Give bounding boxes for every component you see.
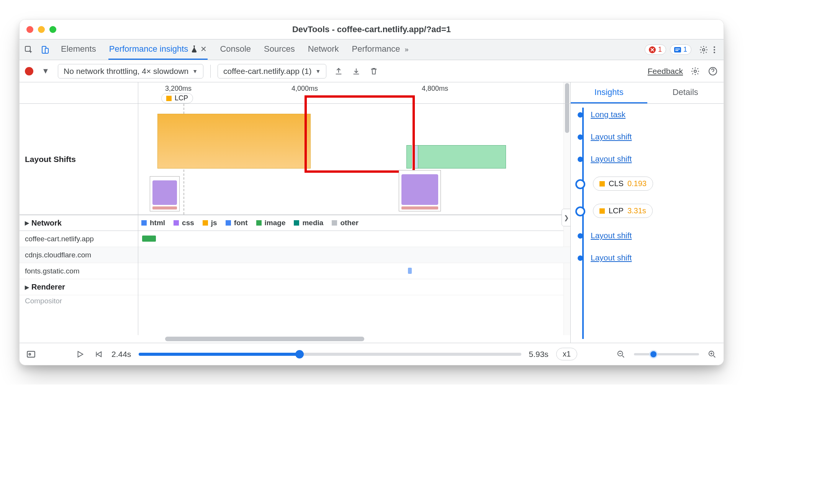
close-window-icon[interactable]	[26, 26, 33, 33]
time-slider[interactable]	[139, 353, 521, 356]
lcp-marker-chip[interactable]: LCP	[161, 93, 193, 103]
layout-shifts-label: Layout Shifts	[20, 104, 138, 215]
host-row[interactable]: fonts.gstatic.com	[20, 263, 138, 279]
request-bar[interactable]	[142, 236, 156, 242]
timeline-rail	[582, 108, 584, 339]
insight-item[interactable]: Layout shift	[578, 253, 717, 262]
disclosure-triangle-icon: ▶	[25, 220, 29, 226]
task-bar[interactable]	[418, 145, 506, 169]
insight-item[interactable]: Long task	[578, 110, 717, 119]
overview-lane[interactable]	[138, 104, 570, 215]
tab-performance-insights[interactable]: Performance insights ✕	[108, 39, 208, 60]
zoom-out-icon[interactable]	[616, 349, 626, 360]
renderer-lane[interactable]	[138, 279, 570, 295]
throttling-select[interactable]: No network throttling, 4× slowdown ▼	[58, 64, 203, 79]
help-icon[interactable]	[707, 66, 718, 77]
insight-link[interactable]: Layout shift	[591, 154, 632, 164]
tab-insights[interactable]: Insights	[571, 82, 647, 103]
record-options-icon[interactable]: ▼	[40, 66, 51, 77]
close-tab-icon[interactable]: ✕	[200, 44, 207, 54]
delete-icon[interactable]	[368, 66, 379, 77]
timeline-dot-icon	[575, 206, 585, 216]
host-row[interactable]: cdnjs.cloudflare.com	[20, 247, 138, 263]
zoom-in-icon[interactable]	[707, 349, 717, 360]
maximize-window-icon[interactable]	[49, 26, 56, 33]
screenshot-thumbnail[interactable]	[150, 176, 180, 211]
tab-elements[interactable]: Elements	[60, 39, 97, 60]
insights-toolbar: ▼ No network throttling, 4× slowdown ▼ c…	[20, 60, 724, 82]
network-lane[interactable]	[138, 231, 570, 247]
panel-settings-icon[interactable]	[690, 66, 701, 77]
error-count-chip[interactable]: 1	[645, 44, 666, 55]
export-icon[interactable]	[333, 66, 344, 77]
request-bar[interactable]	[408, 268, 412, 274]
insight-metric[interactable]: LCP 3.31s	[578, 204, 717, 218]
task-bar[interactable]	[157, 114, 311, 169]
tab-label: Performance	[352, 44, 400, 54]
compositor-lane[interactable]	[138, 295, 570, 307]
tab-performance[interactable]: Performance	[351, 39, 401, 60]
insights-list[interactable]: Long task Layout shift Layout shift CLS …	[571, 104, 724, 343]
tracks[interactable]: 3,200ms 4,000ms 4,800ms LCP	[138, 82, 570, 335]
recording-select[interactable]: coffee-cart.netlify.app (1) ▼	[218, 64, 326, 79]
play-icon[interactable]	[75, 349, 85, 360]
selection-box	[305, 95, 415, 173]
tab-network[interactable]: Network	[307, 39, 340, 60]
lcp-chip[interactable]: LCP 3.31s	[593, 204, 653, 218]
swatch-icon	[332, 220, 337, 226]
slider-knob[interactable]	[649, 350, 658, 358]
horizontal-scrollbar[interactable]	[20, 335, 570, 343]
svg-point-11	[694, 70, 696, 72]
insight-link[interactable]: Layout shift	[591, 132, 632, 141]
issue-count-chip[interactable]: 1	[670, 44, 691, 55]
window-controls[interactable]	[26, 26, 56, 33]
timeline-dot-icon	[578, 157, 583, 162]
insight-item[interactable]: Layout shift	[578, 231, 717, 240]
tab-console[interactable]: Console	[219, 39, 252, 60]
renderer-section-header[interactable]: ▶ Renderer	[20, 279, 138, 295]
network-legend: html css js font image media other	[138, 215, 570, 231]
insight-link[interactable]: Long task	[591, 110, 626, 119]
cls-chip[interactable]: CLS 0.193	[593, 177, 653, 191]
network-lane[interactable]	[138, 263, 570, 279]
network-section-header[interactable]: ▶ Network	[20, 215, 138, 231]
svg-point-10	[714, 52, 715, 53]
screenshot-toggle-icon[interactable]	[26, 349, 36, 360]
playback-speed[interactable]: x1	[556, 348, 577, 360]
tab-sources[interactable]: Sources	[263, 39, 296, 60]
issue-count: 1	[683, 46, 687, 54]
rewind-icon[interactable]	[93, 349, 104, 360]
caret-down-icon: ▼	[315, 68, 321, 74]
inspect-element-icon[interactable]	[23, 44, 34, 55]
insight-link[interactable]: Layout shift	[591, 231, 632, 240]
minimize-window-icon[interactable]	[38, 26, 45, 33]
slider-knob[interactable]	[295, 350, 304, 358]
legend-label: font	[234, 219, 248, 227]
more-tabs-icon[interactable]: »	[401, 46, 412, 54]
screenshot-thumbnail[interactable]	[399, 170, 441, 211]
insight-link[interactable]: Layout shift	[591, 253, 632, 262]
settings-icon[interactable]	[698, 44, 709, 55]
tab-details[interactable]: Details	[647, 82, 724, 103]
swatch-icon	[294, 220, 299, 226]
zoom-slider[interactable]	[634, 353, 699, 355]
section-label: Renderer	[31, 283, 65, 291]
import-icon[interactable]	[351, 66, 362, 77]
track-gutter: Layout Shifts ▶ Network coffee-cart.netl…	[20, 82, 138, 335]
insight-item[interactable]: Layout shift	[578, 154, 717, 164]
insight-item[interactable]: Layout shift	[578, 132, 717, 141]
device-toolbar-icon[interactable]	[39, 44, 50, 55]
insight-metric[interactable]: CLS 0.193	[578, 177, 717, 191]
svg-point-7	[702, 49, 705, 51]
swatch-icon	[256, 220, 262, 226]
network-lane[interactable]	[138, 247, 570, 263]
record-button[interactable]	[25, 67, 33, 75]
host-row[interactable]: coffee-cart.netlify.app	[20, 231, 138, 247]
more-menu-icon[interactable]	[709, 44, 720, 55]
feedback-link[interactable]: Feedback	[648, 67, 683, 76]
timeline-dot-icon	[575, 179, 585, 189]
ruler-tick: 4,800ms	[422, 85, 448, 93]
recording-label: coffee-cart.netlify.app (1)	[223, 67, 311, 76]
range-end: 5.93s	[529, 350, 549, 359]
sidebar-toggle-icon[interactable]: ❯	[562, 209, 571, 226]
